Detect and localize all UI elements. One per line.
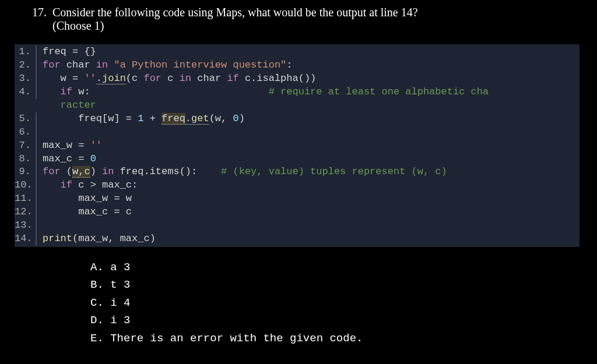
code-token: racter [61, 100, 96, 111]
code-token: = [78, 153, 84, 164]
code-content: print(max_w, max_c) [43, 232, 580, 246]
code-line: 11. max_w = w [15, 192, 580, 206]
code-line: 9.for (w,c) in freq.items(): # (key, val… [15, 165, 580, 179]
line-number: 10. [15, 179, 37, 192]
code-token: for [43, 166, 61, 177]
line-number: 7. [15, 139, 37, 153]
question-text: Consider the following code using Maps, … [52, 6, 574, 33]
code-content: if w: # require at least one alphabetic … [43, 86, 580, 99]
code-token: join [102, 73, 126, 84]
code-token: for [143, 73, 161, 84]
code-token [84, 153, 90, 164]
code-line: 10. if c > max_c: [15, 179, 580, 192]
code-token: w [72, 166, 78, 178]
code-token: c.isalpha()) [239, 73, 317, 84]
question-number: 17. [32, 6, 47, 19]
line-number: 5. [15, 112, 37, 126]
code-token: ) [239, 113, 245, 124]
code-token: = [126, 113, 132, 124]
code-token [84, 140, 90, 151]
line-number: 9. [15, 165, 37, 179]
line-number: 11. [15, 192, 37, 206]
code-line: 13. [15, 219, 580, 232]
code-token: = [114, 206, 120, 217]
code-token: w: [72, 86, 269, 97]
line-number: 13. [15, 219, 37, 232]
line-number: 4. [15, 86, 37, 99]
code-line: 6. [15, 126, 580, 139]
code-content: max_w = '' [43, 139, 580, 153]
code-token: c [72, 179, 90, 190]
code-token: max_c [43, 153, 78, 164]
line-number: 8. [15, 153, 37, 166]
code-token [78, 73, 84, 84]
code-token: in [96, 59, 108, 70]
code-token: + [150, 113, 156, 124]
code-token: max_w [43, 140, 78, 151]
code-token: (max_w, max_c) [72, 233, 156, 244]
line-number: 1. [15, 45, 37, 59]
code-token: : [286, 59, 292, 70]
code-content: for char in "a Python interview question… [43, 59, 580, 72]
code-content: max_c = c [43, 206, 580, 219]
code-token: # require at least one alphabetic cha [269, 86, 489, 97]
code-token: = [72, 46, 78, 57]
code-content: for (w,c) in freq.items(): # (key, value… [43, 165, 580, 179]
code-token: '' [84, 73, 96, 84]
code-token: if [227, 73, 238, 84]
answer-options: A. a 3B. t 3C. i 4D. i 3E. There is an e… [90, 259, 574, 347]
answer-option[interactable]: D. i 3 [90, 312, 574, 329]
answer-option[interactable]: C. i 4 [90, 294, 574, 312]
code-content [43, 126, 580, 139]
code-token: char [61, 59, 96, 70]
code-line: 12. max_c = c [15, 206, 580, 219]
code-token: = [72, 73, 78, 84]
code-token: if [61, 86, 72, 97]
code-token: freq.items(): [114, 166, 221, 177]
code-content: freq[w] = 1 + freq.get(w, 0) [43, 112, 580, 126]
code-token: = [114, 193, 120, 204]
answer-option[interactable]: A. a 3 [90, 259, 574, 276]
code-token: print [43, 233, 72, 244]
code-line: 2.for char in "a Python interview questi… [15, 59, 580, 72]
line-number: 14. [15, 232, 37, 246]
code-content: if c > max_c: [43, 179, 580, 192]
answer-option[interactable]: B. t 3 [90, 276, 574, 294]
code-token: w [43, 73, 72, 84]
code-content: freq = {} [43, 45, 580, 59]
code-token: freq[w] [43, 113, 126, 124]
code-token: max_c: [96, 179, 138, 190]
code-block: 1.freq = {}2.for char in "a Python inter… [15, 44, 580, 247]
code-token: for [43, 59, 61, 70]
code-token: , [78, 166, 84, 178]
code-line: 5. freq[w] = 1 + freq.get(w, 0) [15, 112, 580, 126]
question-prompt: Consider the following code using Maps, … [52, 6, 418, 19]
code-line: 1.freq = {} [15, 45, 580, 59]
code-token [43, 179, 61, 190]
code-token: '' [90, 140, 102, 151]
code-token: freq [43, 46, 72, 57]
code-token: ) [90, 166, 102, 177]
code-content: max_c = 0 [43, 153, 580, 166]
code-token [143, 113, 149, 124]
code-token: max_w [43, 193, 114, 204]
code-line: 8.max_c = 0 [15, 153, 580, 166]
code-token: w [120, 193, 132, 204]
code-content: racter [43, 99, 580, 112]
code-token: ( [61, 166, 72, 177]
code-token: c [84, 166, 90, 178]
code-line: racter [15, 99, 580, 112]
code-token: 0 [233, 113, 238, 124]
code-token: c [120, 206, 132, 217]
line-number: 2. [15, 59, 37, 72]
code-token: 0 [90, 153, 96, 164]
code-token [156, 113, 161, 124]
code-token: in [180, 73, 191, 84]
code-token: "a Python interview question" [114, 59, 286, 70]
code-token: (c [126, 73, 144, 84]
code-token: c [161, 73, 180, 84]
answer-option[interactable]: E. There is an error with the given code… [90, 330, 574, 347]
code-token: . [96, 73, 102, 84]
question-header: 17. Consider the following code using Ma… [32, 6, 574, 33]
question-instruction: (Choose 1) [52, 19, 104, 32]
